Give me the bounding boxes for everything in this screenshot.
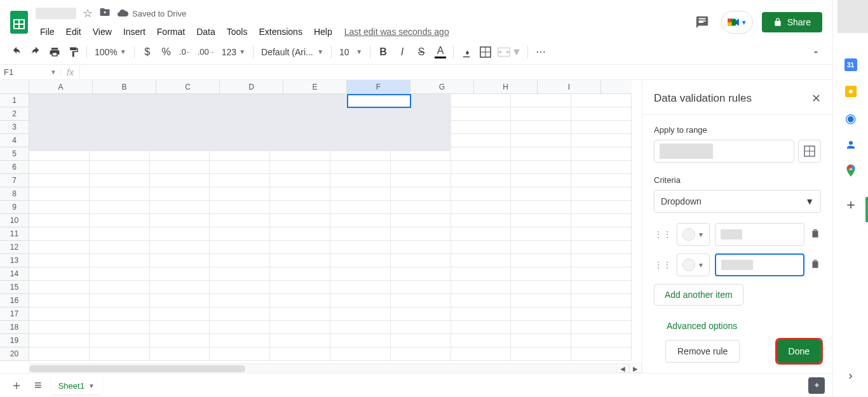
cell[interactable] (571, 281, 632, 294)
cell[interactable] (29, 174, 90, 187)
cell[interactable] (90, 187, 150, 201)
cell[interactable] (150, 267, 210, 281)
cell[interactable] (210, 281, 270, 294)
row-header[interactable]: 15 (0, 281, 29, 294)
cloud-status[interactable]: Saved to Drive (117, 8, 186, 19)
cell[interactable] (451, 307, 512, 321)
cell[interactable] (90, 294, 150, 307)
cell[interactable] (210, 347, 270, 361)
cell[interactable] (270, 267, 330, 281)
cell[interactable] (210, 174, 270, 187)
cell[interactable] (571, 347, 632, 361)
cell[interactable] (451, 107, 512, 121)
close-icon[interactable]: ✕ (811, 91, 821, 105)
cell[interactable] (270, 214, 330, 227)
menu-data[interactable]: Data (192, 24, 220, 39)
cell[interactable] (571, 241, 632, 254)
cell[interactable] (571, 321, 632, 334)
menu-extensions[interactable]: Extensions (254, 24, 306, 39)
account-placeholder[interactable] (837, 0, 868, 33)
apply-to-range-input[interactable] (654, 140, 794, 163)
cell[interactable] (210, 214, 270, 227)
cell[interactable] (511, 227, 571, 241)
cell[interactable] (451, 147, 512, 161)
delete-option-icon[interactable] (810, 227, 821, 242)
cell[interactable] (511, 147, 571, 161)
option-color-button[interactable]: ▼ (677, 253, 710, 276)
col-header[interactable]: G (410, 80, 474, 93)
col-header[interactable]: E (283, 80, 347, 93)
cell[interactable] (150, 334, 210, 347)
col-header[interactable]: I (538, 80, 601, 93)
decrease-decimal-icon[interactable]: .0← (177, 43, 194, 61)
cell[interactable] (391, 201, 451, 214)
last-edit-link[interactable]: Last edit was seconds ago (339, 24, 454, 39)
cell[interactable] (451, 214, 512, 227)
cell[interactable] (29, 347, 90, 361)
cell[interactable] (270, 294, 330, 307)
all-sheets-icon[interactable]: ≡ (32, 375, 44, 395)
cell[interactable] (451, 121, 512, 134)
cell[interactable] (90, 241, 150, 254)
option-value-input[interactable] (715, 223, 804, 246)
cell[interactable] (270, 254, 330, 267)
row-header[interactable]: 11 (0, 227, 29, 241)
fill-color-icon[interactable] (458, 43, 475, 61)
cell[interactable] (210, 294, 270, 307)
bold-icon[interactable]: B (374, 43, 392, 61)
cell[interactable] (511, 321, 571, 334)
cell[interactable] (451, 174, 512, 187)
cell[interactable] (210, 254, 270, 267)
cell[interactable] (270, 241, 330, 254)
cell[interactable] (90, 321, 150, 334)
cell[interactable] (90, 174, 150, 187)
cell[interactable] (451, 294, 512, 307)
cell[interactable] (571, 94, 632, 107)
cell[interactable] (511, 107, 571, 121)
cell[interactable] (90, 227, 150, 241)
row-header[interactable]: 1 (0, 94, 29, 107)
cell[interactable] (451, 161, 512, 174)
cell[interactable] (29, 227, 90, 241)
drag-handle-icon[interactable]: ⋮⋮ (654, 260, 672, 270)
row-header[interactable]: 14 (0, 267, 29, 281)
cell[interactable] (451, 241, 512, 254)
cell[interactable] (511, 174, 571, 187)
cell[interactable] (391, 187, 451, 201)
cell[interactable] (511, 281, 571, 294)
cell[interactable] (150, 241, 210, 254)
col-header[interactable]: H (474, 80, 538, 93)
cell[interactable] (210, 321, 270, 334)
calendar-icon[interactable]: 31 (844, 58, 857, 71)
cell[interactable] (29, 161, 90, 174)
row-header[interactable]: 19 (0, 334, 29, 347)
cell[interactable] (511, 241, 571, 254)
cell[interactable] (150, 254, 210, 267)
cell[interactable] (29, 241, 90, 254)
cell[interactable] (511, 187, 571, 201)
menu-file[interactable]: File (36, 24, 59, 39)
row-header[interactable]: 18 (0, 321, 29, 334)
row-header[interactable]: 12 (0, 241, 29, 254)
hide-side-panel-icon[interactable]: › (844, 369, 857, 382)
cell[interactable] (330, 307, 391, 321)
comments-icon[interactable] (692, 12, 712, 32)
menu-tools[interactable]: Tools (222, 24, 252, 39)
cell[interactable] (451, 94, 512, 107)
cell[interactable] (150, 347, 210, 361)
cell[interactable] (210, 241, 270, 254)
cell[interactable] (29, 321, 90, 334)
col-header[interactable]: C (156, 80, 220, 93)
cell[interactable] (90, 267, 150, 281)
cell[interactable] (330, 241, 391, 254)
cell[interactable] (571, 307, 632, 321)
cell[interactable] (391, 281, 451, 294)
cell[interactable] (330, 334, 391, 347)
cell[interactable] (29, 307, 90, 321)
cell[interactable] (29, 254, 90, 267)
active-cell[interactable] (347, 94, 411, 108)
document-title-input[interactable] (36, 8, 76, 19)
cell[interactable] (29, 187, 90, 201)
cell[interactable] (451, 134, 512, 147)
cell[interactable] (29, 214, 90, 227)
